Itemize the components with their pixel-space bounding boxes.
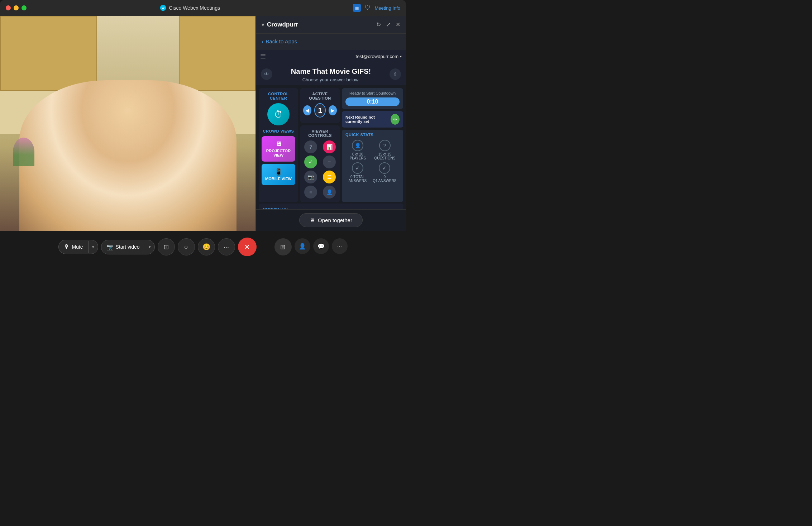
titlebar: W Cisco Webex Meetings ▦ 🛡 Meeting Info bbox=[0, 0, 406, 16]
viewer-btn-ordered-list[interactable]: ☰ bbox=[323, 171, 336, 183]
viewer-btn-question[interactable]: ? bbox=[304, 140, 317, 153]
video-feed bbox=[0, 16, 255, 231]
quick-stats-panel: QUICK STATS 👤 0 of 20 PLAYERS ? 15 of 15 bbox=[342, 130, 403, 202]
next-question-button[interactable]: ▶ bbox=[329, 105, 337, 115]
players-icon: 👤 bbox=[352, 140, 363, 151]
meeting-info-label[interactable]: Meeting Info bbox=[374, 5, 400, 11]
reactions-button[interactable]: ○ bbox=[178, 238, 195, 255]
meeting-security-icon: 🛡 bbox=[364, 4, 372, 12]
open-together-icon: 🖥 bbox=[310, 217, 315, 223]
main-content: ▾ Crowdpurr ↻ ⤢ ✕ ‹ Back to Apps ☰ test@… bbox=[0, 16, 406, 231]
back-to-apps-label: Back to Apps bbox=[266, 38, 297, 44]
back-to-apps-button[interactable]: ‹ Back to Apps bbox=[256, 34, 406, 49]
q1-answers-label: Q1 ANSWERS bbox=[373, 179, 396, 183]
viewer-btn-person[interactable]: 👤 bbox=[323, 186, 336, 199]
countdown-label: Ready to Start Countdown bbox=[345, 91, 400, 95]
mute-control: 🎙 Mute ▾ bbox=[58, 240, 98, 254]
collapse-chevron-icon[interactable]: ▾ bbox=[262, 22, 264, 28]
fullscreen-window-button[interactable] bbox=[22, 5, 27, 10]
players-stat: 👤 0 of 20 PLAYERS bbox=[350, 140, 366, 160]
share-button[interactable]: ⇧ bbox=[390, 68, 401, 80]
end-call-button[interactable]: ✕ bbox=[238, 238, 257, 256]
control-center-panel: CONTROL CENTER ⏱ CROWD VIEWS 🖥 PROJECTOR… bbox=[259, 88, 298, 202]
toolbar-right: ⊞ 👤 💬 ··· bbox=[274, 238, 348, 255]
video-dropdown-arrow[interactable]: ▾ bbox=[145, 241, 154, 253]
crowd-url-section: CROWD URL crowd.live/VMMXN TRIVIA GAME C… bbox=[259, 204, 403, 209]
players-label: PLAYERS bbox=[350, 156, 366, 160]
bottom-toolbar: 🎙 Mute ▾ 📷 Start video ▾ ⊡ ○ 😊 ··· ✕ bbox=[0, 231, 406, 263]
more-options-button[interactable]: ··· bbox=[218, 238, 235, 255]
reactions-icon: ○ bbox=[184, 243, 188, 251]
open-together-label: Open together bbox=[318, 217, 352, 223]
open-together-button[interactable]: 🖥 Open together bbox=[299, 213, 363, 227]
quiz-title-section: 👁 Name That Movie GIFS! Choose your answ… bbox=[256, 63, 406, 85]
close-panel-button[interactable]: ✕ bbox=[396, 21, 400, 28]
emoji-button[interactable]: 😊 bbox=[198, 238, 215, 255]
next-round-panel: Next Round not currently set ✏ bbox=[342, 111, 403, 128]
next-round-text: Next Round not currently set bbox=[345, 115, 391, 124]
hamburger-menu-icon[interactable]: ☰ bbox=[260, 52, 266, 60]
user-email-text: test@crowdpurr.com bbox=[356, 54, 398, 59]
right-panel: ▾ Crowdpurr ↻ ⤢ ✕ ‹ Back to Apps ☰ test@… bbox=[255, 16, 406, 231]
minimize-window-button[interactable] bbox=[14, 5, 19, 10]
mute-button[interactable]: 🎙 Mute bbox=[59, 240, 88, 254]
quick-stats-label: QUICK STATS bbox=[345, 133, 400, 137]
grid-view-button[interactable]: ⊞ bbox=[274, 238, 292, 255]
external-link-button[interactable]: ⤢ bbox=[386, 21, 391, 28]
active-question-label: ACTIVE QUESTION bbox=[303, 92, 337, 100]
control-center-label: CONTROL CENTER bbox=[262, 92, 295, 100]
questions-label: QUESTIONS bbox=[374, 156, 395, 160]
timer-button[interactable]: ⏱ bbox=[267, 103, 290, 125]
video-slash-icon: 📷 bbox=[106, 244, 114, 250]
end-call-icon: ✕ bbox=[244, 243, 250, 251]
control-label-bold: CONTROL bbox=[268, 92, 289, 96]
chat-button[interactable]: 💬 bbox=[313, 238, 329, 254]
panel-actions: ↻ ⤢ ✕ bbox=[376, 21, 400, 28]
refresh-button[interactable]: ↻ bbox=[376, 21, 381, 28]
titlebar-right: ▦ 🛡 Meeting Info bbox=[353, 4, 400, 12]
viewer-btn-chart[interactable]: 📊 bbox=[323, 140, 336, 153]
meeting-info-stats-icon: ▦ bbox=[353, 4, 361, 12]
email-dropdown-icon[interactable]: ▾ bbox=[400, 54, 402, 58]
edit-next-round-button[interactable]: ✏ bbox=[391, 114, 400, 125]
close-window-button[interactable] bbox=[6, 5, 11, 10]
viewer-btn-check[interactable]: ✓ bbox=[304, 156, 317, 168]
stats-row-1: 👤 0 of 20 PLAYERS ? 15 of 15 QUESTIONS bbox=[345, 140, 400, 160]
start-video-button[interactable]: 📷 Start video bbox=[101, 240, 145, 254]
control-label-rest: CENTER bbox=[270, 96, 287, 100]
projector-icon: 🖥 bbox=[264, 140, 292, 148]
back-arrow-icon: ‹ bbox=[262, 38, 263, 45]
question-nav: ◀ 1 ▶ bbox=[303, 103, 337, 118]
prev-question-button[interactable]: ◀ bbox=[303, 105, 311, 115]
share-screen-icon: ⊡ bbox=[163, 243, 169, 251]
mobile-view-button[interactable]: 📱 MOBILE VIEW bbox=[262, 164, 295, 185]
eye-toggle-button[interactable]: 👁 bbox=[261, 68, 272, 80]
user-email-area: test@crowdpurr.com ▾ bbox=[356, 54, 402, 59]
mute-dropdown-arrow[interactable]: ▾ bbox=[88, 241, 98, 253]
more-options-icon: ··· bbox=[224, 243, 229, 251]
app-title-area: W Cisco Webex Meetings bbox=[159, 4, 220, 11]
svg-text:W: W bbox=[162, 6, 164, 10]
quiz-subtitle: Choose your answer below. bbox=[262, 77, 400, 82]
viewer-btn-camera[interactable]: 📷 bbox=[304, 171, 317, 183]
quick-label-rest: STATS bbox=[359, 133, 373, 137]
grid-icon: ⊞ bbox=[280, 243, 286, 251]
countdown-panel: Ready to Start Countdown 0:10 bbox=[342, 88, 403, 109]
panel-title-text: Crowdpurr bbox=[267, 21, 298, 28]
crowdpurr-topbar: ☰ test@crowdpurr.com ▾ bbox=[256, 49, 406, 63]
participants-button[interactable]: 👤 bbox=[295, 238, 310, 254]
viewer-btn-text[interactable]: ≡ bbox=[304, 186, 317, 199]
q1-answers-icon: ✓ bbox=[379, 162, 390, 174]
quiz-title: Name That Movie GIFS! bbox=[262, 67, 400, 76]
total-answers-label: ANSWERS bbox=[349, 179, 367, 183]
projector-view-button[interactable]: 🖥 PROJECTOR VIEW bbox=[262, 136, 295, 162]
crowd-views-label: CROWD VIEWS bbox=[262, 129, 295, 133]
more-apps-button[interactable]: ··· bbox=[332, 238, 348, 254]
mobile-icon: 📱 bbox=[264, 168, 292, 176]
share-screen-button[interactable]: ⊡ bbox=[158, 238, 175, 255]
mobile-label: MOBILE VIEW bbox=[264, 177, 292, 181]
crowdpurr-content: ☰ test@crowdpurr.com ▾ 👁 Name That Movie… bbox=[256, 49, 406, 209]
viewer-btn-list[interactable]: ≡ bbox=[323, 156, 336, 168]
questions-value: 15 of 15 bbox=[374, 152, 395, 156]
viewer-controls-label: VIEWER CONTROLS bbox=[302, 129, 338, 138]
